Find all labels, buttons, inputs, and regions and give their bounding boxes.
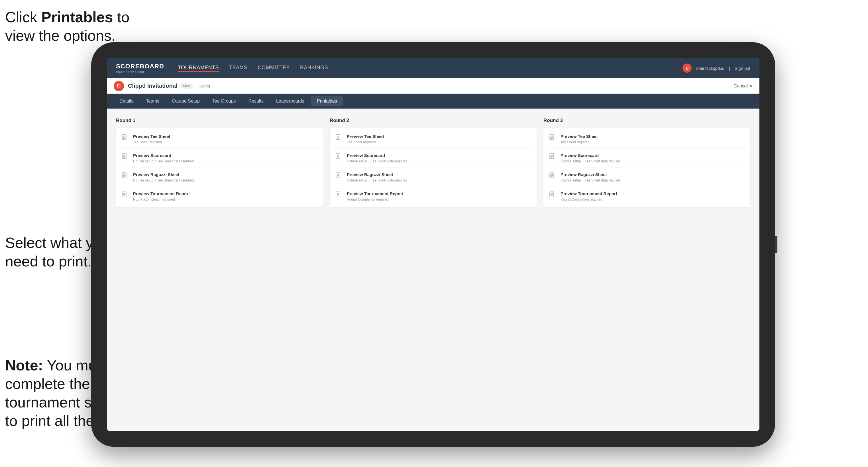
r3-tournament-report-text: Preview Tournament Report Round Completi… bbox=[560, 191, 617, 202]
tablet-screen: SCOREBOARD Powered by clippd TOURNAMENTS… bbox=[107, 58, 760, 431]
top-nav-links: TOURNAMENTS TEAMS COMMITTEE RANKINGS bbox=[178, 65, 683, 72]
document-icon-2 bbox=[122, 153, 130, 162]
r2-doc-icon-1 bbox=[335, 134, 343, 143]
r2-tournament-report-title: Preview Tournament Report bbox=[347, 191, 404, 196]
r3-tournament-report[interactable]: Preview Tournament Report Round Completi… bbox=[549, 187, 745, 202]
round-3-card: Preview Tee Sheet Tee Sheet required Pre… bbox=[544, 128, 750, 208]
svg-rect-24 bbox=[336, 154, 340, 159]
r3-tournament-report-subtitle: Round Completion required bbox=[560, 197, 617, 202]
logo-subtitle: Powered by clippd bbox=[116, 70, 164, 73]
svg-rect-4 bbox=[122, 134, 126, 139]
document-icon bbox=[122, 134, 130, 143]
r3-doc-icon-2 bbox=[549, 153, 557, 162]
r3-scorecard-title: Preview Scorecard bbox=[560, 153, 621, 158]
svg-rect-44 bbox=[550, 173, 554, 178]
tab-leaderboards[interactable]: Leaderboards bbox=[271, 96, 310, 106]
r3-doc-icon-1 bbox=[549, 134, 557, 143]
r3-raguzzi-title: Preview Raguzzi Sheet bbox=[560, 172, 621, 178]
r2-tournament-report[interactable]: Preview Tournament Report Round Completi… bbox=[335, 187, 531, 202]
tablet-frame: SCOREBOARD Powered by clippd TOURNAMENTS… bbox=[91, 42, 775, 447]
sub-nav: Details Teams Course Setup Tee Groups Re… bbox=[107, 94, 760, 108]
cancel-icon: ✕ bbox=[749, 83, 752, 89]
tournament-name: Clippd Invitational bbox=[128, 83, 177, 89]
svg-rect-36 bbox=[550, 134, 554, 139]
r3-scorecard[interactable]: Preview Scorecard Course setup + Tee She… bbox=[549, 149, 745, 168]
nav-link-teams[interactable]: TEAMS bbox=[229, 65, 248, 72]
top-nav: SCOREBOARD Powered by clippd TOURNAMENTS… bbox=[107, 58, 760, 79]
separator: | bbox=[729, 66, 730, 71]
r3-raguzzi[interactable]: Preview Raguzzi Sheet Course setup + Tee… bbox=[549, 168, 745, 187]
r1-raguzzi[interactable]: Preview Raguzzi Sheet Course setup + Tee… bbox=[122, 168, 317, 187]
nav-link-committee[interactable]: COMMITTEE bbox=[258, 65, 290, 72]
tab-course-setup[interactable]: Course Setup bbox=[166, 96, 206, 106]
r2-doc-icon-3 bbox=[335, 173, 343, 182]
main-content: Round 1 bbox=[107, 108, 760, 431]
round-1-card: Preview Tee Sheet Tee Sheet required bbox=[116, 128, 323, 208]
nav-link-rankings[interactable]: RANKINGS bbox=[300, 65, 328, 72]
r1-tee-sheet-title: Preview Tee Sheet bbox=[133, 134, 170, 139]
svg-rect-32 bbox=[336, 192, 340, 197]
tab-teams[interactable]: Teams bbox=[140, 96, 165, 106]
cancel-label: Cancel bbox=[734, 84, 748, 89]
r2-raguzzi-text: Preview Raguzzi Sheet Course setup + Tee… bbox=[347, 172, 407, 183]
r1-tournament-report-text: Preview Tournament Report Round Completi… bbox=[133, 191, 190, 202]
tournament-header: C Clippd Invitational Men Hosting Cancel… bbox=[107, 79, 760, 94]
round-2-label: Round 2 bbox=[330, 118, 536, 123]
tournament-logo: C bbox=[114, 81, 124, 91]
svg-rect-20 bbox=[336, 134, 340, 139]
r1-scorecard-title: Preview Scorecard bbox=[133, 153, 194, 158]
r3-tee-sheet-text: Preview Tee Sheet Tee Sheet required bbox=[560, 134, 598, 145]
r2-tee-sheet-text: Preview Tee Sheet Tee Sheet required bbox=[347, 134, 384, 145]
r1-tee-sheet-text: Preview Tee Sheet Tee Sheet required bbox=[133, 134, 170, 145]
round-1-label: Round 1 bbox=[116, 118, 323, 123]
user-email: blair@clippd.io bbox=[696, 66, 724, 71]
r3-scorecard-subtitle: Course setup + Tee Sheet data required bbox=[560, 159, 621, 164]
r2-scorecard-text: Preview Scorecard Course setup + Tee She… bbox=[347, 153, 407, 163]
rounds-grid: Round 1 bbox=[116, 118, 750, 208]
r2-tee-sheet[interactable]: Preview Tee Sheet Tee Sheet required bbox=[335, 134, 531, 149]
tablet-side-button bbox=[775, 236, 777, 253]
r2-tournament-report-text: Preview Tournament Report Round Completi… bbox=[347, 191, 404, 202]
r2-scorecard-title: Preview Scorecard bbox=[347, 153, 407, 158]
tab-details[interactable]: Details bbox=[114, 96, 139, 106]
r3-raguzzi-text: Preview Raguzzi Sheet Course setup + Tee… bbox=[560, 172, 621, 183]
r2-doc-icon-4 bbox=[335, 191, 343, 200]
r2-scorecard[interactable]: Preview Scorecard Course setup + Tee She… bbox=[335, 149, 531, 168]
r3-tee-sheet[interactable]: Preview Tee Sheet Tee Sheet required bbox=[549, 134, 745, 149]
r2-doc-icon-2 bbox=[335, 153, 343, 162]
r3-raguzzi-subtitle: Course setup + Tee Sheet data required bbox=[560, 178, 621, 183]
r1-raguzzi-title: Preview Raguzzi Sheet bbox=[133, 172, 194, 178]
svg-rect-40 bbox=[550, 154, 554, 159]
r1-scorecard[interactable]: Preview Scorecard Course setup + Tee She… bbox=[122, 149, 317, 168]
r1-raguzzi-subtitle: Course setup + Tee Sheet data required bbox=[133, 178, 194, 183]
tab-tee-groups[interactable]: Tee Groups bbox=[207, 96, 242, 106]
r3-tee-sheet-subtitle: Tee Sheet required bbox=[560, 140, 598, 145]
cancel-button[interactable]: Cancel ✕ bbox=[734, 83, 752, 89]
r1-tee-sheet-subtitle: Tee Sheet required bbox=[133, 140, 170, 145]
tab-results[interactable]: Results bbox=[243, 96, 269, 106]
logo-title: SCOREBOARD bbox=[116, 63, 164, 70]
r1-raguzzi-text: Preview Raguzzi Sheet Course setup + Tee… bbox=[133, 172, 194, 183]
r1-tournament-report-title: Preview Tournament Report bbox=[133, 191, 190, 196]
tournament-status: Hosting bbox=[197, 84, 210, 88]
r1-scorecard-subtitle: Course setup + Tee Sheet data required bbox=[133, 159, 194, 164]
tab-printables[interactable]: Printables bbox=[311, 96, 343, 106]
svg-rect-12 bbox=[122, 173, 126, 178]
annotation-top: Click Printables toview the options. bbox=[5, 8, 129, 45]
svg-rect-16 bbox=[122, 192, 126, 197]
r2-raguzzi[interactable]: Preview Raguzzi Sheet Course setup + Tee… bbox=[335, 168, 531, 187]
round-2-section: Round 2 Preview Tee Sheet Tee Sheet requ… bbox=[330, 118, 536, 208]
r1-tournament-report-subtitle: Round Completion required bbox=[133, 197, 190, 202]
r1-tee-sheet[interactable]: Preview Tee Sheet Tee Sheet required bbox=[122, 134, 317, 149]
svg-rect-28 bbox=[336, 173, 340, 178]
r1-scorecard-text: Preview Scorecard Course setup + Tee She… bbox=[133, 153, 194, 163]
r1-tournament-report[interactable]: Preview Tournament Report Round Completi… bbox=[122, 187, 317, 202]
tournament-badge: Men bbox=[180, 83, 193, 89]
sign-out-link[interactable]: Sign out bbox=[735, 66, 750, 71]
nav-link-tournaments[interactable]: TOURNAMENTS bbox=[178, 65, 219, 72]
r3-tee-sheet-title: Preview Tee Sheet bbox=[560, 134, 598, 139]
r2-raguzzi-subtitle: Course setup + Tee Sheet data required bbox=[347, 178, 407, 183]
round-1-section: Round 1 bbox=[116, 118, 323, 208]
r3-scorecard-text: Preview Scorecard Course setup + Tee She… bbox=[560, 153, 621, 163]
r2-tee-sheet-subtitle: Tee Sheet required bbox=[347, 140, 384, 145]
